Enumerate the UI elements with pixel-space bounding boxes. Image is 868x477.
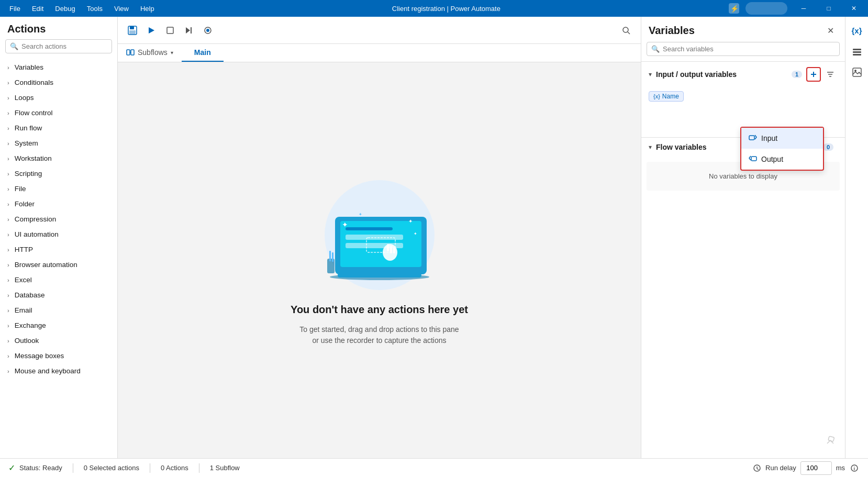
svg-point-10 xyxy=(206,29,209,32)
search-icon: 🔍 xyxy=(10,42,18,50)
canvas-search-button[interactable] xyxy=(618,22,635,39)
output-icon xyxy=(749,154,757,164)
side-icon-braces[interactable]: {x} xyxy=(848,21,866,40)
menu-help[interactable]: Help xyxy=(135,3,160,15)
record-button[interactable] xyxy=(199,22,216,39)
svg-rect-45 xyxy=(853,51,861,53)
action-label: Scripting xyxy=(15,170,42,178)
action-item-http[interactable]: › HTTP xyxy=(0,242,117,257)
action-item-system[interactable]: › System xyxy=(0,136,117,151)
minimize-button[interactable]: ─ xyxy=(792,0,816,17)
action-item-outlook[interactable]: › Outlook xyxy=(0,333,117,348)
action-label: Conditionals xyxy=(15,79,53,86)
io-variables-section: ▾ Input / output variables 1 xyxy=(641,61,845,106)
chevron-right-icon: › xyxy=(7,171,9,177)
action-item-exchange[interactable]: › Exchange xyxy=(0,318,117,333)
clear-button[interactable] xyxy=(825,434,837,448)
menu-file[interactable]: File xyxy=(4,3,26,15)
action-label: UI automation xyxy=(15,230,59,238)
action-item-flow-control[interactable]: › Flow control xyxy=(0,105,117,120)
menu-edit[interactable]: Edit xyxy=(27,3,49,15)
actions-title: Actions xyxy=(0,17,117,39)
action-item-browser-automation[interactable]: › Browser automation xyxy=(0,257,117,272)
svg-rect-46 xyxy=(853,54,861,56)
action-item-mouse-keyboard[interactable]: › Mouse and keyboard xyxy=(0,363,117,379)
svg-text:✦: ✦ xyxy=(408,218,413,224)
svg-point-11 xyxy=(623,27,628,32)
action-label: Excel xyxy=(15,276,32,284)
action-item-workstation[interactable]: › Workstation xyxy=(0,151,117,166)
action-item-ui-automation[interactable]: › UI automation xyxy=(0,227,117,242)
dropdown-output-option[interactable]: Output xyxy=(741,149,823,170)
menu-tools[interactable]: Tools xyxy=(82,3,108,15)
user-avatar[interactable] xyxy=(745,2,787,15)
variable-chip-name[interactable]: {x} Name xyxy=(649,91,684,102)
info-button[interactable]: i xyxy=(849,463,860,473)
ms-label: ms xyxy=(836,464,845,472)
filter-button[interactable] xyxy=(823,67,838,82)
svg-marker-5 xyxy=(149,27,154,34)
actions-list: › Variables › Conditionals › Loops › Flo… xyxy=(0,59,117,458)
tab-main-label: Main xyxy=(194,48,211,57)
svg-rect-41 xyxy=(749,136,754,140)
tab-subflows[interactable]: Subflows ▾ xyxy=(118,44,182,62)
chevron-right-icon: › xyxy=(7,186,9,192)
window-controls: ─ □ ✕ xyxy=(792,0,868,17)
menu-view[interactable]: View xyxy=(109,3,134,15)
action-item-conditionals[interactable]: › Conditionals xyxy=(0,75,117,90)
side-icon-layers[interactable] xyxy=(848,42,866,61)
chevron-right-icon: › xyxy=(7,140,9,147)
close-button[interactable]: ✕ xyxy=(842,0,866,17)
action-item-run-flow[interactable]: › Run flow xyxy=(0,120,117,136)
chevron-right-icon: › xyxy=(7,156,9,162)
chevron-right-icon: › xyxy=(7,80,9,86)
action-item-database[interactable]: › Database xyxy=(0,287,117,303)
action-label: System xyxy=(15,139,38,147)
search-icon: 🔍 xyxy=(651,45,660,53)
variables-title: Variables xyxy=(649,25,823,37)
status-text: Status: Ready xyxy=(19,464,62,472)
svg-text:✦: ✦ xyxy=(414,231,417,236)
side-icon-image[interactable] xyxy=(848,63,866,82)
stop-button[interactable] xyxy=(162,22,179,39)
svg-rect-20 xyxy=(346,235,403,240)
save-button[interactable] xyxy=(124,22,141,39)
side-icons-panel: {x} xyxy=(845,17,868,458)
subflow-count: 1 Subflow xyxy=(210,464,240,472)
variables-search-box[interactable]: 🔍 xyxy=(647,42,840,56)
action-item-email[interactable]: › Email xyxy=(0,303,117,318)
actions-search-box[interactable]: 🔍 xyxy=(5,39,112,53)
action-label: Variables xyxy=(15,63,43,71)
next-button[interactable] xyxy=(181,22,197,39)
search-actions-input[interactable] xyxy=(21,42,107,50)
chevron-right-icon: › xyxy=(7,277,9,283)
variables-close-button[interactable]: ✕ xyxy=(823,23,838,38)
action-item-loops[interactable]: › Loops xyxy=(0,90,117,105)
run-delay-input[interactable] xyxy=(800,461,832,475)
add-variable-dropdown: Input Output xyxy=(740,127,824,171)
empty-state-title: You don't have any actions here yet xyxy=(291,304,468,316)
variable-icon: {x} xyxy=(653,93,660,99)
action-item-variables[interactable]: › Variables xyxy=(0,60,117,75)
separator xyxy=(150,463,150,473)
io-section-header[interactable]: ▾ Input / output variables 1 xyxy=(641,62,845,87)
action-label: Folder xyxy=(15,200,35,208)
maximize-button[interactable]: □ xyxy=(817,0,841,17)
action-item-folder[interactable]: › Folder xyxy=(0,196,117,212)
svg-text:⚡: ⚡ xyxy=(730,4,739,13)
svg-rect-33 xyxy=(329,251,331,261)
search-variables-input[interactable] xyxy=(663,45,835,53)
chevron-right-icon: › xyxy=(7,323,9,329)
run-button[interactable] xyxy=(143,22,160,39)
menu-debug[interactable]: Debug xyxy=(50,3,80,15)
action-item-file[interactable]: › File xyxy=(0,181,117,196)
variables-header: Variables ✕ xyxy=(641,17,845,42)
action-item-scripting[interactable]: › Scripting xyxy=(0,166,117,181)
add-variable-button[interactable] xyxy=(806,67,821,82)
action-item-excel[interactable]: › Excel xyxy=(0,272,117,287)
action-label: Database xyxy=(15,291,45,299)
tab-main[interactable]: Main xyxy=(182,44,224,62)
dropdown-input-option[interactable]: Input xyxy=(741,128,823,149)
action-item-message-boxes[interactable]: › Message boxes xyxy=(0,348,117,363)
action-item-compression[interactable]: › Compression xyxy=(0,212,117,227)
